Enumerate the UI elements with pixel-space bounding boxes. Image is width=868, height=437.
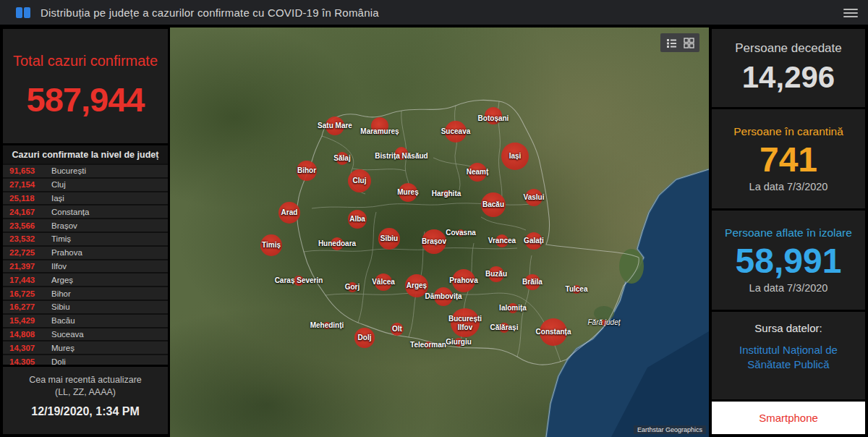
- county-row-value: 22,725: [9, 248, 51, 257]
- map-marker-circle[interactable]: [524, 274, 540, 290]
- map-marker-circle[interactable]: [336, 152, 349, 165]
- county-row-value: 16,277: [9, 302, 51, 311]
- total-cases-value: 587,944: [27, 80, 145, 119]
- county-row[interactable]: 23,566Brașov: [3, 218, 168, 232]
- map-marker-circle[interactable]: [525, 189, 542, 206]
- county-row-value: 14,305: [9, 357, 51, 365]
- header: Distribuția pe județe a cazurilor confir…: [0, 0, 868, 26]
- quarantine-label: Persoane în carantină: [733, 125, 843, 138]
- map-marker-circle[interactable]: [378, 228, 400, 250]
- map-marker-circle[interactable]: [434, 287, 453, 306]
- county-list-title: Cazuri confirmate la nivel de județ: [3, 145, 168, 164]
- county-row[interactable]: 14,307Mureș: [3, 340, 168, 354]
- map-marker-circle[interactable]: [399, 183, 417, 202]
- map-marker-circle[interactable]: [260, 234, 282, 256]
- hamburger-menu-icon[interactable]: [843, 7, 858, 19]
- county-row-name: Ilfov: [51, 262, 67, 271]
- map-marker-circle[interactable]: [297, 161, 317, 181]
- total-cases-panel: Total cazuri confirmate 587,944: [3, 29, 168, 143]
- county-row-name: Mureș: [51, 344, 75, 352]
- county-row[interactable]: 25,118Iași: [3, 191, 168, 205]
- data-source-label: Sursa datelor:: [754, 322, 822, 334]
- map-marker-circle[interactable]: [452, 269, 475, 292]
- map-marker-circle[interactable]: [501, 143, 529, 170]
- map-marker-circle[interactable]: [451, 308, 480, 337]
- county-row[interactable]: 14,305Dolj: [3, 354, 168, 365]
- map-marker-circle[interactable]: [354, 328, 375, 348]
- map-marker-circle[interactable]: [540, 318, 567, 346]
- last-update-value: 12/19/2020, 1:34 PM: [31, 405, 139, 418]
- county-row[interactable]: 23,532Timiș: [3, 232, 168, 245]
- county-row[interactable]: 16,277Sibiu: [3, 300, 168, 313]
- deceased-value: 14,296: [742, 60, 835, 95]
- map-marker-circle[interactable]: [326, 116, 344, 135]
- last-update-label: Cea mai recentă actualizare: [29, 374, 142, 386]
- dashboard-logo-icon: [16, 7, 30, 18]
- map-marker-circle[interactable]: [525, 232, 542, 250]
- map-marker-circle[interactable]: [375, 273, 392, 291]
- smartphone-panel: Smartphone: [712, 402, 865, 434]
- map-marker-circle[interactable]: [391, 323, 404, 336]
- map-marker-circle[interactable]: [499, 323, 509, 333]
- map-marker-circle[interactable]: [405, 274, 428, 297]
- county-row[interactable]: 17,443Argeș: [3, 272, 168, 286]
- last-update-panel: Cea mai recentă actualizare (LL, ZZ, AAA…: [3, 367, 168, 434]
- legend-icon[interactable]: [665, 36, 678, 49]
- data-source-link[interactable]: Institutul Național de Sănătate Publică: [720, 343, 857, 372]
- map-marker-circle[interactable]: [294, 276, 304, 286]
- map-marker-circle[interactable]: [348, 169, 371, 192]
- map-marker-circle[interactable]: [468, 163, 487, 182]
- page-title: Distribuția pe județe a cazurilor confir…: [41, 7, 379, 19]
- map-marker-circle[interactable]: [348, 210, 367, 229]
- basemap-icon[interactable]: [682, 36, 695, 49]
- map-marker-circle[interactable]: [395, 147, 408, 160]
- county-row[interactable]: 22,725Prahova: [3, 245, 168, 259]
- isolation-date: La data 7/3/2020: [749, 282, 828, 294]
- isolation-panel: Persoane aflate în izolare 58,991 La dat…: [712, 211, 865, 310]
- county-row-value: 23,532: [9, 234, 51, 243]
- county-row-value: 23,566: [9, 221, 51, 230]
- county-row-value: 27,154: [9, 180, 51, 189]
- county-row-name: Bihor: [51, 289, 71, 298]
- county-row-value: 25,118: [9, 194, 51, 203]
- map-attribution: Earthstar Geographics: [634, 425, 706, 434]
- county-row[interactable]: 21,397Ilfov: [3, 259, 168, 273]
- county-list: 91,653București27,154Cluj25,118Iași24,16…: [3, 164, 168, 365]
- last-update-format: (LL, ZZ, AAAA): [55, 386, 116, 399]
- county-row[interactable]: 27,154Cluj: [3, 177, 168, 191]
- county-row-name: Bacău: [51, 316, 75, 325]
- smartphone-link[interactable]: Smartphone: [759, 412, 818, 424]
- map-marker-circle[interactable]: [495, 234, 509, 247]
- map-marker-circle[interactable]: [347, 282, 357, 292]
- county-row[interactable]: 16,725Bihor: [3, 286, 168, 300]
- deceased-label: Persoane decedate: [735, 41, 841, 56]
- map-marker-circle[interactable]: [445, 121, 467, 143]
- map-marker-circle[interactable]: [488, 266, 504, 282]
- map-marker-circle[interactable]: [278, 202, 300, 224]
- map-marker-circle[interactable]: [371, 117, 388, 135]
- map-marker-circle[interactable]: [422, 229, 446, 254]
- map-marker-circle[interactable]: [425, 341, 432, 349]
- map-marker-circle[interactable]: [508, 303, 518, 313]
- county-row[interactable]: 14,808Suceava: [3, 327, 168, 341]
- map-marker-circle[interactable]: [331, 237, 344, 250]
- map-marker-circle[interactable]: [572, 285, 581, 294]
- map-marker-circle[interactable]: [323, 322, 331, 329]
- map-marker-circle[interactable]: [485, 107, 502, 124]
- county-row[interactable]: 24,167Constanța: [3, 204, 168, 218]
- map-marker-circle[interactable]: [443, 190, 450, 198]
- county-row-name: Timiș: [51, 234, 71, 243]
- quarantine-date: La data 7/3/2020: [749, 181, 828, 192]
- county-row-name: București: [51, 166, 86, 175]
- county-row-name: Iași: [51, 194, 64, 203]
- county-row[interactable]: 15,429Bacău: [3, 313, 168, 327]
- map-marker-circle[interactable]: [481, 192, 506, 217]
- quarantine-panel: Persoane în carantină 741 La data 7/3/20…: [712, 109, 865, 208]
- county-row-name: Argeș: [51, 276, 73, 284]
- map[interactable]: Satu MareMaramureșSuceavaBotoșaniIașiNea…: [170, 27, 709, 437]
- map-marker-circle[interactable]: [601, 320, 607, 326]
- map-marker-circle[interactable]: [457, 229, 464, 237]
- map-marker-circle[interactable]: [454, 338, 463, 347]
- county-row-name: Sibiu: [51, 302, 70, 311]
- county-row[interactable]: 91,653București: [3, 164, 168, 177]
